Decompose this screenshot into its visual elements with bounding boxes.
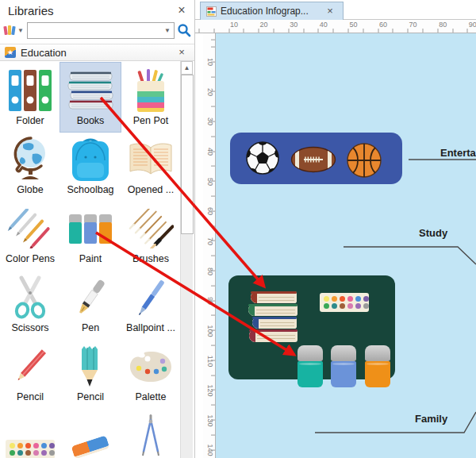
library-item-label: Ballpoint ... xyxy=(126,322,175,333)
ruler-tick-label: 40 xyxy=(320,21,328,29)
library-select-button[interactable]: ▼ xyxy=(3,24,25,37)
watercolor-set-shape[interactable] xyxy=(320,293,369,312)
basketball-icon[interactable] xyxy=(347,143,382,178)
label-study[interactable]: Study xyxy=(419,227,447,239)
library-item-pencil-red[interactable]: Pencil xyxy=(0,339,60,408)
tab-education-infographic[interactable]: Education Infograp... × xyxy=(200,2,344,20)
library-item-label: Pencil xyxy=(17,391,44,402)
jar-lid xyxy=(298,345,323,361)
close-section-icon[interactable]: × xyxy=(175,46,188,59)
canvas-page[interactable]: Entertainment Study Family xyxy=(216,33,476,458)
paint-color-dot xyxy=(33,443,39,448)
libraries-panel: Libraries × ▼ ▼ ★ Education × xyxy=(0,0,195,458)
eraser-icon xyxy=(64,413,117,458)
library-item-label: Palette xyxy=(136,391,167,402)
tab-label: Education Infograp... xyxy=(221,6,320,17)
paint-color-dot xyxy=(347,296,353,302)
tab-strip: Education Infograp... × xyxy=(195,0,476,20)
american-football-icon[interactable] xyxy=(290,146,336,173)
panel-scrollbar[interactable]: ▲ xyxy=(180,61,193,458)
brushes-icon xyxy=(125,206,177,252)
library-item-label: Paint xyxy=(79,253,102,264)
jar-body xyxy=(298,361,323,387)
library-item-scissors[interactable]: Scissors xyxy=(0,270,60,339)
library-item-paint[interactable]: Paint xyxy=(60,201,121,270)
education-library-icon: ★ xyxy=(5,47,16,58)
panel-title: Libraries xyxy=(8,4,175,17)
books-stack-icon xyxy=(64,67,117,114)
ruler-tick-label: 50 xyxy=(205,175,214,188)
scroll-up-icon[interactable]: ▲ xyxy=(181,61,193,75)
library-item-opened-book[interactable]: Opened ... xyxy=(121,132,181,201)
paint-color-dot xyxy=(332,303,337,309)
book-shape[interactable] xyxy=(252,317,297,329)
ruler-tick-label: 20 xyxy=(205,86,214,98)
ruler-tick-label: 20 xyxy=(260,21,268,29)
close-tab-icon[interactable]: × xyxy=(324,5,336,17)
library-item-globe[interactable]: Globe xyxy=(0,132,60,201)
paint-jar-blue[interactable] xyxy=(331,345,356,387)
library-item-ballpoint[interactable]: Ballpoint ... xyxy=(121,270,181,339)
schoolbag-icon xyxy=(64,137,117,183)
scrollbar-thumb[interactable] xyxy=(181,75,194,234)
paint-color-dot xyxy=(10,450,15,456)
search-combobox[interactable]: ▼ xyxy=(27,22,175,39)
document-icon xyxy=(206,6,217,17)
library-item-pen-pot[interactable]: Pen Pot xyxy=(121,63,181,132)
library-item-watercolor[interactable] xyxy=(0,408,60,458)
label-entertainment[interactable]: Entertainment xyxy=(440,147,476,159)
ruler-tick-label: 10 xyxy=(230,21,238,29)
watercolor-set-icon xyxy=(4,413,56,458)
paint-color-dot xyxy=(10,443,15,448)
paint-color-dot xyxy=(49,450,55,456)
library-item-label: Pen Pot xyxy=(133,115,168,126)
section-title: Education xyxy=(21,47,171,59)
ruler-tick-label: 30 xyxy=(205,115,214,128)
soccer-ball-icon[interactable] xyxy=(246,141,279,175)
library-item-pencil-teal[interactable]: Pencil xyxy=(60,339,121,408)
palette-icon xyxy=(125,344,177,390)
ruler-tick-label: 140 xyxy=(205,444,214,456)
library-item-books[interactable]: Books xyxy=(60,63,121,132)
paint-jar-orange[interactable] xyxy=(365,345,390,387)
library-item-pen[interactable]: Pen xyxy=(60,270,121,339)
chevron-down-icon[interactable]: ▼ xyxy=(164,27,174,34)
library-item-schoolbag[interactable]: Schoolbag xyxy=(60,132,121,201)
ruler-tick-label: 50 xyxy=(349,21,357,29)
document-area: Education Infograp... × 1020304050607080… xyxy=(195,0,476,458)
jar-lid xyxy=(365,345,390,361)
library-item-eraser[interactable] xyxy=(60,408,121,458)
paint-color-dot xyxy=(25,443,31,448)
library-item-color-pens[interactable]: Color Pens xyxy=(0,201,60,270)
library-item-folder[interactable]: Folder xyxy=(0,63,60,132)
pencil-teal-icon xyxy=(64,344,117,390)
library-section-education[interactable]: ★ Education × xyxy=(0,44,194,61)
book-shape[interactable] xyxy=(248,304,298,316)
close-panel-icon[interactable]: × xyxy=(175,4,188,17)
library-item-brushes[interactable]: Brushes xyxy=(121,201,181,270)
globe-icon xyxy=(4,137,56,183)
opened-book-icon xyxy=(125,137,177,183)
search-icon[interactable] xyxy=(177,23,191,37)
ruler-tick-label: 70 xyxy=(205,235,214,248)
library-item-label: Scissors xyxy=(11,322,48,333)
paint-jar-teal[interactable] xyxy=(298,345,323,387)
jar-lid xyxy=(331,345,356,361)
paint-color-dot xyxy=(49,443,55,448)
label-family[interactable]: Family xyxy=(415,413,447,425)
search-row: ▼ ▼ xyxy=(0,21,194,40)
scissors-icon xyxy=(4,275,56,321)
library-item-label: Opened ... xyxy=(128,184,174,195)
pen-pot-icon xyxy=(125,67,177,114)
library-item-compass[interactable] xyxy=(121,408,181,458)
library-item-label: Pen xyxy=(82,322,99,333)
book-shape[interactable] xyxy=(251,291,297,303)
paint-color-dot xyxy=(355,296,361,302)
entertainment-shape-group[interactable] xyxy=(230,133,402,184)
ruler-tick-label: 70 xyxy=(409,21,417,29)
book-shape[interactable] xyxy=(249,329,298,342)
search-input[interactable] xyxy=(28,24,164,37)
paint-color-dot xyxy=(41,450,47,456)
paint-color-dot xyxy=(340,296,345,302)
library-item-palette[interactable]: Palette xyxy=(121,339,181,408)
